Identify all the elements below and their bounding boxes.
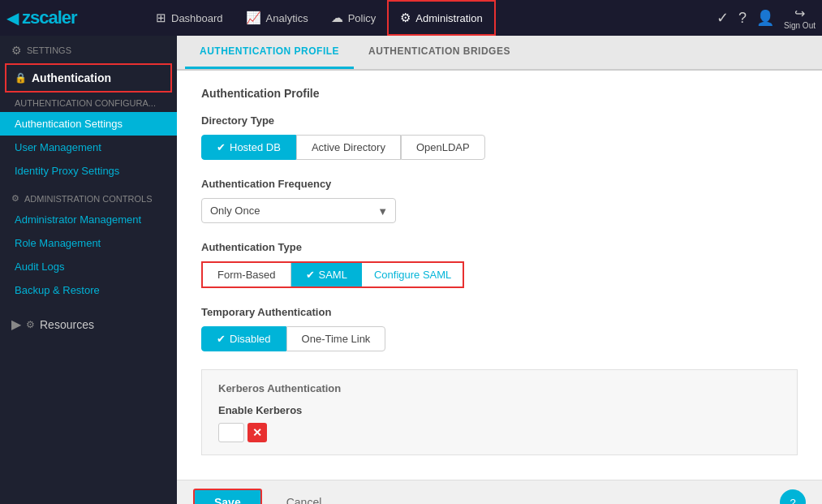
temp-auth-label: Temporary Authentication (201, 306, 798, 318)
nav-items: ⊞ Dashboard 📈 Analytics ☁ Policy ⚙ Admin… (144, 0, 717, 36)
help-icon[interactable]: ? (738, 10, 747, 27)
nav-analytics[interactable]: 📈 Analytics (235, 0, 320, 36)
section-title: Authentication Profile (201, 87, 798, 100)
nav-administration[interactable]: ⚙ Administration (387, 0, 495, 36)
sidebar-role-management[interactable]: Role Management (0, 231, 177, 255)
logo-area: ◀ zscaler (6, 7, 136, 28)
main-layout: ⚙ Settings 🔒 Authentication AUTHENTICATI… (0, 36, 822, 504)
auth-type-options: Form-Based ✔ SAML Configure SAML (201, 261, 464, 288)
sidebar-user-management[interactable]: User Management (0, 136, 177, 159)
sidebar-backup-restore[interactable]: Backup & Restore (0, 278, 177, 302)
tab-auth-profile[interactable]: AUTHENTICATION PROFILE (185, 36, 354, 69)
save-button[interactable]: Save (193, 489, 262, 504)
auth-config-label: AUTHENTICATION CONFIGURA... (15, 98, 156, 108)
top-navigation: ◀ zscaler ⊞ Dashboard 📈 Analytics ☁ Poli… (0, 0, 822, 36)
nav-administration-label: Administration (415, 12, 482, 24)
openldap-button[interactable]: OpenLDAP (401, 135, 485, 160)
admin-controls-header: ⚙ ADMINISTRATION CONTROLS (0, 189, 177, 208)
kerberos-toggle: ✕ (218, 423, 781, 442)
saml-button[interactable]: ✔ SAML (291, 263, 363, 286)
admin-controls-icon: ⚙ (11, 193, 19, 204)
help-fab-icon: ? (790, 497, 795, 505)
kerberos-section: Kerberos Authentication Enable Kerberos … (201, 369, 798, 455)
role-management-label: Role Management (15, 237, 101, 249)
backup-restore-label: Backup & Restore (15, 284, 100, 296)
sidebar-auth-settings[interactable]: Authentication Settings (0, 112, 177, 136)
nav-analytics-label: Analytics (266, 12, 308, 24)
auth-settings-label: Authentication Settings (15, 118, 123, 130)
nav-right-icons: ✓ ? 👤 ↪ Sign Out (717, 6, 816, 30)
sign-out-button[interactable]: ↪ Sign Out (784, 6, 816, 30)
tasks-icon[interactable]: ✓ (717, 9, 729, 27)
authentication-group[interactable]: 🔒 Authentication (5, 63, 172, 93)
configure-saml-button[interactable]: Configure SAML (363, 263, 463, 286)
sign-out-icon: ↪ (794, 6, 805, 21)
directory-type-options: ✔ Hosted DB Active Directory OpenLDAP (201, 135, 798, 160)
hosted-db-button[interactable]: ✔ Hosted DB (201, 135, 296, 160)
auth-frequency-select[interactable]: Only Once Every Login Every 30 Days (201, 198, 396, 223)
temp-auth-options: ✔ Disabled One-Time Link (201, 326, 798, 351)
sign-out-label: Sign Out (784, 21, 816, 30)
disabled-check-icon: ✔ (217, 333, 226, 345)
audit-logs-label: Audit Logs (15, 261, 64, 273)
sidebar-admin-management[interactable]: Administrator Management (0, 208, 177, 231)
hosted-db-check-icon: ✔ (217, 141, 226, 153)
auth-frequency-label: Authentication Frequency (201, 178, 798, 190)
settings-label: Settings (27, 45, 71, 55)
tab-bar: AUTHENTICATION PROFILE AUTHENTICATION BR… (177, 36, 822, 71)
active-directory-button[interactable]: Active Directory (296, 135, 401, 160)
admin-controls-label: ADMINISTRATION CONTROLS (24, 194, 152, 204)
one-time-link-button[interactable]: One-Time Link (286, 326, 386, 351)
logo-text: zscaler (22, 7, 77, 28)
admin-management-label: Administrator Management (15, 213, 141, 226)
nav-policy-label: Policy (348, 12, 377, 24)
sidebar-resources[interactable]: ▶ ⚙ Resources (0, 310, 177, 338)
administration-icon: ⚙ (400, 11, 411, 25)
auth-type-label: Authentication Type (201, 241, 798, 253)
content-area: AUTHENTICATION PROFILE AUTHENTICATION BR… (177, 36, 822, 504)
auth-frequency-select-wrapper: Only Once Every Login Every 30 Days ▼ (201, 198, 396, 223)
disabled-button[interactable]: ✔ Disabled (201, 326, 286, 351)
authentication-label: Authentication (32, 71, 111, 84)
sidebar-auth-config[interactable]: AUTHENTICATION CONFIGURA... (0, 94, 177, 112)
nav-dashboard-label: Dashboard (171, 12, 223, 24)
sidebar: ⚙ Settings 🔒 Authentication AUTHENTICATI… (0, 36, 177, 504)
identity-proxy-label: Identity Proxy Settings (15, 165, 119, 177)
dashboard-icon: ⊞ (156, 11, 166, 25)
form-container: Authentication Profile Directory Type ✔ … (177, 71, 822, 480)
lock-icon: 🔒 (15, 72, 27, 84)
form-based-button[interactable]: Form-Based (203, 263, 291, 286)
sidebar-audit-logs[interactable]: Audit Logs (0, 255, 177, 278)
analytics-icon: 📈 (246, 11, 261, 25)
toggle-x-button[interactable]: ✕ (247, 423, 267, 442)
resources-label: Resources (40, 318, 94, 331)
scrollable-content[interactable]: Authentication Profile Directory Type ✔ … (177, 71, 822, 504)
user-management-label: User Management (15, 141, 101, 153)
user-icon[interactable]: 👤 (756, 9, 774, 27)
resources-icon: ⚙ (26, 319, 35, 330)
saml-check-icon: ✔ (306, 269, 315, 281)
nav-dashboard[interactable]: ⊞ Dashboard (144, 0, 235, 36)
settings-icon: ⚙ (11, 44, 22, 57)
settings-section-header: ⚙ Settings (0, 36, 177, 62)
kerberos-title: Kerberos Authentication (218, 382, 781, 394)
enable-kerberos-label: Enable Kerberos (218, 404, 781, 416)
auth-frequency-field: Authentication Frequency Only Once Every… (201, 178, 798, 223)
toggle-checkbox[interactable] (218, 423, 244, 442)
directory-type-label: Directory Type (201, 114, 798, 127)
sidebar-identity-proxy[interactable]: Identity Proxy Settings (0, 159, 177, 183)
resources-expand-icon: ▶ (11, 317, 21, 332)
tab-auth-bridges[interactable]: AUTHENTICATION BRIDGES (354, 36, 525, 69)
nav-policy[interactable]: ☁ Policy (320, 0, 388, 36)
cancel-button[interactable]: Cancel (275, 490, 334, 504)
help-fab-button[interactable]: ? (780, 489, 806, 504)
directory-type-field: Directory Type ✔ Hosted DB Active Direct… (201, 114, 798, 160)
bottom-bar: Save Cancel ? (177, 480, 822, 504)
temp-auth-field: Temporary Authentication ✔ Disabled One-… (201, 306, 798, 351)
auth-type-field: Authentication Type Form-Based ✔ SAML Co… (201, 241, 798, 288)
policy-icon: ☁ (331, 11, 343, 25)
logo-icon: ◀ (6, 8, 19, 28)
